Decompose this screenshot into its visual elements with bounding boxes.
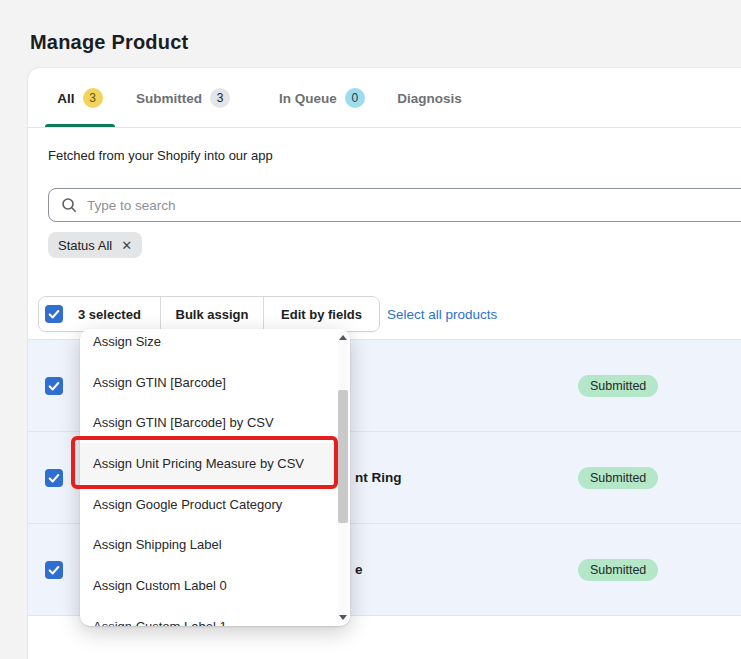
row-1-checkbox[interactable] bbox=[45, 377, 63, 395]
tab-submitted-count-badge: 3 bbox=[210, 88, 230, 108]
product-name: nt Ring bbox=[355, 469, 402, 484]
selected-count-button[interactable]: 3 selected bbox=[39, 297, 161, 331]
check-icon bbox=[48, 564, 60, 576]
bulk-assign-button[interactable]: Bulk assign bbox=[161, 297, 264, 331]
menu-item-assign-unit-pricing-csv[interactable]: Assign Unit Pricing Measure by CSV bbox=[80, 443, 338, 484]
scroll-down-icon[interactable] bbox=[339, 615, 347, 620]
search-input[interactable] bbox=[87, 189, 741, 221]
row-2-checkbox[interactable] bbox=[45, 469, 63, 487]
status-badge: Submitted bbox=[578, 559, 658, 581]
check-icon bbox=[48, 472, 60, 484]
product-name: e bbox=[355, 561, 363, 576]
page-title: Manage Product bbox=[30, 31, 188, 54]
menu-item-assign-gtin-csv[interactable]: Assign GTIN [Barcode] by CSV bbox=[80, 402, 338, 443]
menu-item-assign-gtin[interactable]: Assign GTIN [Barcode] bbox=[80, 362, 338, 403]
edit-by-fields-label: Edit by fields bbox=[281, 307, 362, 322]
check-icon bbox=[48, 308, 60, 320]
close-icon[interactable]: ✕ bbox=[121, 239, 132, 252]
dropdown-scrollbar[interactable] bbox=[338, 331, 348, 624]
menu-item-assign-size[interactable]: Assign Size bbox=[80, 329, 338, 362]
search-box bbox=[48, 188, 741, 222]
search-icon bbox=[61, 197, 77, 213]
tab-diagnosis-label: Diagnosis bbox=[397, 91, 462, 106]
status-badge: Submitted bbox=[578, 375, 658, 397]
bulk-assign-label: Bulk assign bbox=[176, 307, 249, 322]
status-filter-tag: Status All ✕ bbox=[48, 232, 142, 258]
edit-by-fields-button[interactable]: Edit by fields bbox=[264, 297, 379, 331]
tab-bar: All 3 Submitted 3 In Queue 0 Diagnosis bbox=[28, 68, 741, 128]
tab-submitted-label: Submitted bbox=[136, 91, 202, 106]
menu-item-assign-custom-label-0[interactable]: Assign Custom Label 0 bbox=[80, 565, 338, 606]
tab-diagnosis[interactable]: Diagnosis bbox=[392, 68, 467, 128]
scroll-up-icon[interactable] bbox=[339, 335, 347, 340]
active-tab-underline bbox=[45, 124, 115, 127]
menu-item-assign-custom-label-1[interactable]: Assign Custom Label 1 bbox=[80, 606, 338, 626]
row-3-checkbox[interactable] bbox=[45, 561, 63, 579]
fetched-subtitle: Fetched from your Shopify into our app bbox=[48, 148, 273, 163]
tab-in-queue-label: In Queue bbox=[279, 91, 337, 106]
scrollbar-thumb[interactable] bbox=[338, 390, 348, 523]
tab-in-queue[interactable]: In Queue 0 bbox=[272, 68, 372, 128]
product-card: All 3 Submitted 3 In Queue 0 Diagnosis F… bbox=[28, 68, 741, 659]
status-filter-label: Status All bbox=[58, 238, 112, 253]
tab-submitted[interactable]: Submitted 3 bbox=[133, 68, 233, 128]
tab-in-queue-count-badge: 0 bbox=[345, 88, 365, 108]
menu-item-assign-shipping-label[interactable]: Assign Shipping Label bbox=[80, 524, 338, 565]
menu-item-assign-google-category[interactable]: Assign Google Product Category bbox=[80, 484, 338, 525]
status-badge: Submitted bbox=[578, 467, 658, 489]
manage-product-page: Manage Product All 3 Submitted 3 In Queu… bbox=[0, 0, 741, 659]
tab-all-count-badge: 3 bbox=[83, 88, 103, 108]
bulk-action-button-group: 3 selected Bulk assign Edit by fields bbox=[38, 296, 380, 332]
select-all-checkbox[interactable] bbox=[45, 305, 63, 323]
tab-all[interactable]: All 3 bbox=[45, 68, 115, 128]
check-icon bbox=[48, 380, 60, 392]
tab-all-label: All bbox=[57, 91, 74, 106]
dropdown-menu-list: Assign Size Assign GTIN [Barcode] Assign… bbox=[80, 329, 350, 626]
select-all-products-link[interactable]: Select all products bbox=[387, 296, 497, 332]
bulk-assign-dropdown: Assign Size Assign GTIN [Barcode] Assign… bbox=[80, 329, 350, 626]
selected-count-label: 3 selected bbox=[78, 307, 141, 322]
